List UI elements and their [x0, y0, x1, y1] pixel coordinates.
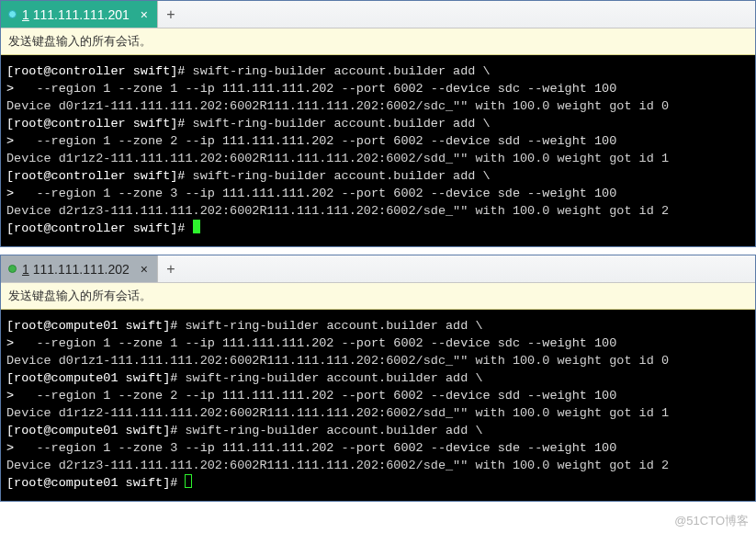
tab-index: 1 [22, 7, 29, 22]
watermark: @51CTO博客 [674, 513, 749, 529]
cmd: swift-ring-builder account.builder add \ [185, 424, 482, 437]
cmd: --region 1 --zone 2 --ip 111.111.111.202… [21, 389, 616, 403]
close-icon[interactable]: × [141, 8, 148, 21]
terminal-output[interactable]: [root@compute01 swift]# swift-ring-build… [1, 310, 755, 501]
cmd: swift-ring-builder account.builder add \ [193, 117, 491, 130]
continuation: > [6, 389, 14, 403]
terminal-session-2: 1 111.111.111.202 × + 发送键盘输入的所有会话。 [root… [0, 255, 756, 502]
tab-index: 1 [22, 262, 29, 277]
cmd: --region 1 --zone 2 --ip 111.111.111.202… [21, 134, 616, 148]
tab-label: 1 111.111.111.201 [22, 7, 130, 22]
tab-label: 1 111.111.111.202 [22, 262, 130, 277]
status-dot-icon [8, 10, 17, 18]
add-tab-button[interactable]: + [158, 255, 184, 282]
output: Device d0r1z1-111.111.111.202:6002R111.1… [6, 354, 669, 368]
tab-strip: 1 111.111.111.202 × + [1, 255, 755, 283]
output: Device d1r1z2-111.111.111.202:6002R111.1… [6, 406, 669, 420]
close-icon[interactable]: × [141, 263, 148, 276]
tab-strip: 1 111.111.111.201 × + [1, 1, 755, 28]
cmd: --region 1 --zone 1 --ip 111.111.111.202… [21, 336, 616, 350]
cmd: --region 1 --zone 1 --ip 111.111.111.202… [21, 82, 616, 96]
output: Device d2r1z3-111.111.111.202:6002R111.1… [6, 204, 669, 218]
prompt: [root@controller swift]# [6, 64, 185, 78]
broadcast-hint: 发送键盘输入的所有会话。 [1, 28, 755, 55]
prompt: [root@compute01 swift]# [6, 371, 177, 385]
prompt: [root@controller swift]# [6, 169, 185, 183]
cmd: swift-ring-builder account.builder add \ [185, 319, 482, 333]
prompt: [root@compute01 swift]# [6, 319, 177, 333]
continuation: > [6, 441, 14, 455]
cmd: --region 1 --zone 3 --ip 111.111.111.202… [21, 187, 616, 200]
cursor-icon [185, 474, 192, 488]
tab-host-201[interactable]: 1 111.111.111.201 × [1, 1, 158, 28]
tab-host: 111.111.111.202 [33, 262, 130, 277]
cmd: --region 1 --zone 3 --ip 111.111.111.202… [21, 441, 616, 455]
continuation: > [6, 134, 14, 148]
terminal-output[interactable]: [root@controller swift]# swift-ring-buil… [1, 55, 755, 246]
add-tab-button[interactable]: + [158, 1, 184, 28]
cmd: swift-ring-builder account.builder add \ [185, 371, 482, 385]
broadcast-hint: 发送键盘输入的所有会话。 [1, 283, 755, 310]
continuation: > [6, 336, 14, 350]
continuation: > [6, 187, 14, 200]
prompt: [root@compute01 swift]# [6, 476, 177, 490]
tab-host: 111.111.111.201 [33, 7, 130, 22]
terminal-session-1: 1 111.111.111.201 × + 发送键盘输入的所有会话。 [root… [0, 0, 756, 247]
tab-host-202[interactable]: 1 111.111.111.202 × [1, 255, 158, 282]
prompt: [root@compute01 swift]# [6, 424, 177, 437]
cmd: swift-ring-builder account.builder add \ [193, 169, 491, 183]
cursor-icon [193, 220, 200, 233]
prompt: [root@controller swift]# [6, 117, 185, 130]
status-dot-icon [8, 265, 17, 273]
output: Device d2r1z3-111.111.111.202:6002R111.1… [6, 459, 669, 472]
output: Device d0r1z1-111.111.111.202:6002R111.1… [6, 99, 669, 113]
output: Device d1r1z2-111.111.111.202:6002R111.1… [6, 152, 669, 165]
cmd: swift-ring-builder account.builder add \ [193, 64, 491, 78]
continuation: > [6, 82, 14, 96]
prompt: [root@controller swift]# [6, 221, 185, 235]
